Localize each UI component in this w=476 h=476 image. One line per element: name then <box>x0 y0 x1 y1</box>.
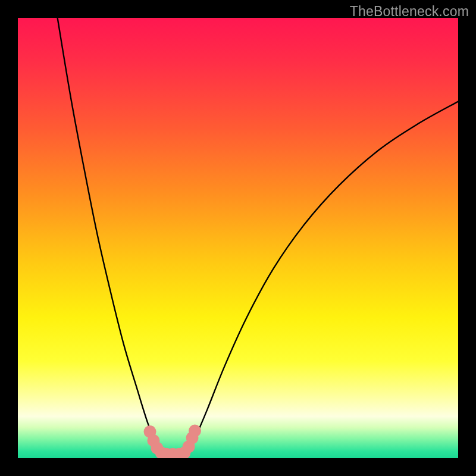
left-curve <box>58 18 164 458</box>
plot-area <box>18 18 458 458</box>
watermark-text: TheBottleneck.com <box>350 4 469 20</box>
right-curve <box>185 102 458 458</box>
curve-layer <box>18 18 458 458</box>
highlight-markers <box>144 425 201 458</box>
chart-frame: TheBottleneck.com <box>0 0 476 476</box>
marker-dot <box>189 425 201 437</box>
